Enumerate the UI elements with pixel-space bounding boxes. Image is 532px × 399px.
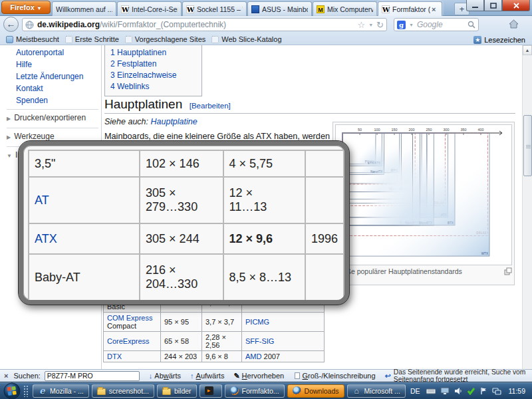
- form-factor-link[interactable]: CoreExpress: [107, 337, 150, 345]
- origin-link[interactable]: AMD: [245, 352, 261, 360]
- findbar-close-icon[interactable]: ×: [4, 372, 8, 380]
- sidebar-section-drucken-exportieren[interactable]: ▶Drucken/exportieren: [7, 109, 98, 125]
- url-bar[interactable]: de.wikipedia.org/wiki/Formfaktor_(Comput…: [22, 18, 387, 31]
- find-input[interactable]: [45, 371, 140, 381]
- tab-sockel-1155-wi[interactable]: WSockel 1155 – Wi...: [182, 1, 247, 16]
- display-settings-icon[interactable]: [440, 387, 450, 395]
- cell-size-mm: 305 × 244: [140, 223, 223, 254]
- toc-item-3-einzelnachweise[interactable]: 3 Einzelnachweise: [110, 69, 196, 80]
- edit-section-link[interactable]: [Bearbeiten]: [190, 102, 231, 110]
- scrollbar-thumb[interactable]: [523, 115, 532, 176]
- start-button[interactable]: [3, 382, 21, 399]
- taskbar-button-screenshot[interactable]: screenshot...: [92, 384, 154, 398]
- minimize-button[interactable]: [466, 0, 484, 11]
- taskbar-button-media[interactable]: ▸: [200, 384, 222, 398]
- toc-item-1-hauptplatinen[interactable]: 1 Hauptplatinen: [110, 47, 196, 58]
- antivirus-icon[interactable]: [467, 387, 475, 395]
- tab-title: Mix Computerver...: [327, 5, 373, 13]
- see-also-line: Siehe auch: Hauptplatine: [104, 117, 198, 126]
- close-button[interactable]: [502, 0, 530, 11]
- magnifier-lens[interactable]: 3,5"102 × 1464 × 5,75AT305 × 279…33012 ×…: [19, 141, 349, 305]
- maximize-icon: [490, 3, 497, 9]
- enlarge-icon[interactable]: [504, 267, 512, 275]
- tab-asus-mainboar[interactable]: ASUS - Mainboar...: [247, 1, 312, 16]
- origin-link[interactable]: Intel 2: [311, 303, 334, 305]
- form-factor-link[interactable]: COM Express: [107, 314, 152, 322]
- firefox-menu-label: Firefox: [10, 3, 35, 11]
- bookmark-item-web-slice-katalog[interactable]: Web Slice-Katalog: [211, 35, 281, 43]
- form-factor-link[interactable]: DTX: [107, 352, 122, 360]
- url-host: de.wikipedia.org: [37, 20, 100, 29]
- cell-size-mm: 65 × 58: [161, 332, 202, 351]
- home-button[interactable]: [509, 19, 519, 31]
- search-icon[interactable]: [467, 21, 475, 29]
- magnified-table-row: ATX305 × 24412 × 9,61996: [29, 223, 344, 254]
- network-icon[interactable]: [492, 387, 501, 395]
- sidebar-item-hilfe[interactable]: Hilfe: [7, 59, 98, 70]
- taskbar-button-downloads[interactable]: Downloads: [287, 384, 344, 398]
- firefox-menu-button[interactable]: Firefox▼: [1, 1, 51, 14]
- toc-item-4-weblinks[interactable]: 4 Weblinks: [110, 80, 196, 92]
- taskbar-clock[interactable]: 11:59: [509, 387, 526, 395]
- bookmark-item-erste-schritte[interactable]: Erste Schritte: [65, 35, 119, 43]
- language-indicator[interactable]: DE: [410, 387, 420, 395]
- tab-formfaktor-c[interactable]: WFormfaktor (C...×: [378, 1, 442, 16]
- sidebar-item-autorenportal[interactable]: Autorenportal: [7, 47, 98, 59]
- cell-size-mm: 95 × 95: [161, 313, 202, 332]
- toc-item-2-festplatten[interactable]: 2 Festplatten: [110, 58, 196, 69]
- taskbar-button-mozilla[interactable]: eMozilla - ...: [33, 384, 89, 398]
- taskbar-button-formfakto[interactable]: Formfakto...: [225, 384, 285, 398]
- google-engine-icon[interactable]: g: [397, 21, 406, 29]
- minimize-icon: [472, 3, 478, 9]
- reload-icon[interactable]: ↻: [376, 20, 384, 30]
- form-factor-link[interactable]: ATX: [35, 232, 57, 245]
- bookmark-star-icon[interactable]: ☆: [358, 20, 366, 30]
- tab-intel-core-i-serie[interactable]: WIntel-Core-i-Serie...: [117, 1, 182, 16]
- media-icon: ▸: [205, 386, 213, 395]
- keyboard-icon[interactable]: [426, 387, 436, 395]
- bookmark-item-vorgeschlagene-sites[interactable]: Vorgeschlagene Sites: [125, 35, 205, 43]
- sidebar-item-letzte-nderungen[interactable]: Letzte Änderungen: [7, 70, 98, 82]
- scroll-up-arrow-icon[interactable]: ▲: [523, 45, 532, 55]
- desktop: Firefox▼ Willkommen auf ...WIntel-Core-i…: [0, 0, 532, 399]
- bookmark-label: Meistbesucht: [16, 35, 59, 43]
- origin-link[interactable]: SFF-SIG: [245, 337, 274, 345]
- wikipedia-tab-icon: W: [186, 5, 194, 13]
- find-next-button[interactable]: ↓ Abwärts: [149, 372, 181, 380]
- wikipedia-tab-icon: W: [121, 5, 129, 13]
- see-also-link[interactable]: Hauptplatine: [151, 117, 198, 126]
- taskbar-button-label: screenshot...: [109, 387, 149, 395]
- tab-willkommen-auf[interactable]: Willkommen auf ...: [52, 1, 116, 16]
- asus-tab-icon: [251, 5, 259, 13]
- tab-mix-computerver[interactable]: MMix Computerver...: [313, 1, 377, 16]
- vertical-scrollbar[interactable]: ▲: [522, 45, 532, 369]
- engine-dropdown-icon[interactable]: ▼: [409, 23, 414, 27]
- mainboard-standards-diagram[interactable]: 50100150200250300350400PC104ETX/XTXEPICN…: [335, 124, 512, 265]
- section-heading-row: Hauptplatinen [Bearbeiten]: [104, 97, 515, 114]
- maximize-button[interactable]: [484, 0, 502, 11]
- sidebar-item-kontakt[interactable]: Kontakt: [7, 82, 98, 94]
- match-case-label[interactable]: Groß-/Kleinschreibung: [303, 372, 376, 380]
- match-case-checkbox[interactable]: [295, 372, 299, 379]
- article-thumbnail[interactable]: 50100150200250300350400PC104ETX/XTXEPICN…: [332, 122, 515, 285]
- title-bar: Firefox▼ Willkommen auf ...WIntel-Core-i…: [0, 0, 532, 16]
- back-button[interactable]: ←: [3, 17, 19, 32]
- taskbar-button-microsoft[interactable]: ⌂Microsoft ...: [347, 384, 406, 398]
- tab-close-icon[interactable]: ×: [432, 5, 438, 13]
- search-wrapped-icon: ↩: [385, 372, 391, 380]
- section-arrow-icon: ▼: [7, 153, 12, 159]
- highlight-all-button[interactable]: ✎ Hervorheben: [233, 372, 284, 380]
- bookmarks-panel-button[interactable]: ★ Lesezeichen: [473, 34, 525, 45]
- search-bar[interactable]: g ▼ Google: [394, 18, 479, 31]
- bookmark-item-meistbesucht[interactable]: Meistbesucht: [6, 35, 59, 43]
- origin-link[interactable]: PICMG: [245, 318, 269, 326]
- action-center-flag-icon[interactable]: [480, 387, 487, 395]
- taskbar-button-bilder[interactable]: bilder: [157, 384, 197, 398]
- find-previous-button[interactable]: ↑ Aufwärts: [190, 372, 224, 380]
- volume-icon[interactable]: [454, 387, 462, 395]
- url-dropdown-icon[interactable]: ▼: [368, 23, 373, 27]
- svg-text:150: 150: [391, 128, 397, 132]
- form-factor-link[interactable]: AT: [35, 194, 49, 207]
- sidebar-item-spenden[interactable]: Spenden: [7, 94, 98, 106]
- section-arrow-icon: ▶: [7, 134, 11, 140]
